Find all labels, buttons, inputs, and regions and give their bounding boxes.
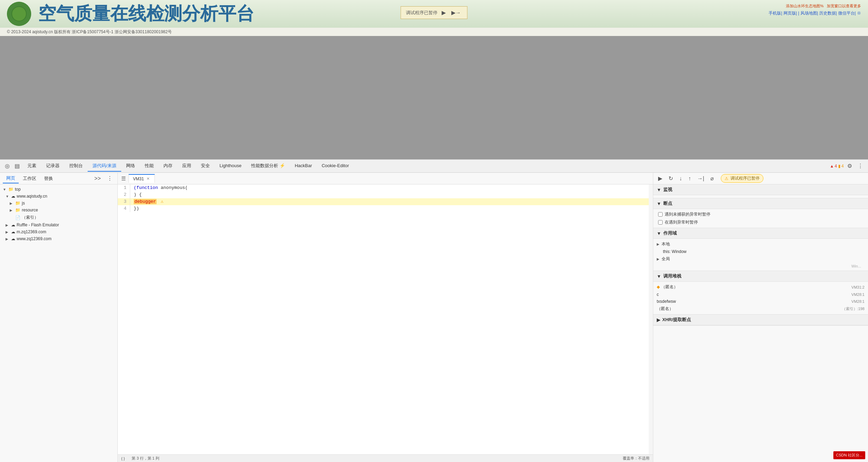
callstack-arrow-icon: ▼ bbox=[657, 274, 661, 279]
code-editor-body[interactable]: 1 (function anonymous( 2 ) { 3 debugger … bbox=[118, 184, 653, 454]
breakpoint-caught-checkbox[interactable] bbox=[658, 220, 663, 225]
code-lines: 1 (function anonymous( 2 ) { 3 debugger … bbox=[118, 184, 653, 212]
debug-step-btn[interactable]: →| bbox=[695, 174, 706, 183]
debug-panel-toolbar: ▶ ↻ ↓ ↑ →| ⌀ ⚠ 调试程序已暂停 bbox=[653, 173, 868, 184]
tab-console[interactable]: 控制台 bbox=[64, 161, 88, 172]
debug-warning-icon: ⚠ bbox=[725, 176, 728, 181]
svg-text:PM2.5: PM2.5 bbox=[15, 9, 24, 12]
tree-folder-icon-js: 📁 bbox=[15, 201, 20, 206]
tab-sources[interactable]: 源代码/来源 bbox=[88, 161, 121, 172]
devtools-settings-icon[interactable]: ⚙ bbox=[845, 161, 854, 171]
code-minimap[interactable] bbox=[649, 184, 653, 454]
tree-cloud-icon-aqistudy: ☁ bbox=[11, 194, 15, 199]
top-right-links-2[interactable]: 手机版| 网页版| | 风场地图| 历史数据| 微信平台| ※ bbox=[769, 10, 861, 16]
breakpoints-arrow-icon: ▼ bbox=[657, 201, 661, 206]
tab-perf-data[interactable]: 性能数据分析 ⚡ bbox=[246, 161, 290, 172]
scope-global[interactable]: ▶ 全局 bbox=[653, 255, 868, 263]
filetree-tab-workspace[interactable]: 工作区 bbox=[19, 174, 40, 183]
tree-item-index[interactable]: 📄 （索引） bbox=[0, 214, 117, 221]
devtools-tabs: 元素 记录器 控制台 源代码/来源 网络 性能 内存 应用 安全 Lightho… bbox=[23, 161, 829, 172]
tree-item-aqistudy[interactable]: ▼ ☁ www.aqistudy.cn bbox=[0, 193, 117, 200]
filetree-more-button[interactable]: >> bbox=[92, 175, 103, 182]
code-tab-close[interactable]: ✕ bbox=[146, 176, 150, 181]
breakpoint-caught-exceptions: 在遇到异常时暂停 bbox=[653, 218, 868, 226]
tree-item-mzq[interactable]: ▶ ☁ m.zq12369.com bbox=[0, 228, 117, 235]
debug-step-button[interactable]: ▶→ bbox=[450, 9, 462, 17]
tab-recorder[interactable]: 记录器 bbox=[41, 161, 64, 172]
debug-section-scope-header[interactable]: ▼ 作用域 bbox=[653, 228, 868, 239]
debug-section-breakpoints-header[interactable]: ▼ 断点 bbox=[653, 198, 868, 209]
svg-point-1 bbox=[11, 6, 27, 21]
code-tab-vm31[interactable]: VM31 ✕ bbox=[129, 174, 155, 183]
site-header: PM2.5 分析网 空气质量在线检测分析平台 调试程序已暂停 ▶ ▶→ 添加山水… bbox=[0, 0, 868, 28]
tree-label-top: top bbox=[15, 187, 21, 192]
debug-section-breakpoints: ▼ 断点 遇到未捕获的异常时暂停 bbox=[653, 198, 868, 228]
tree-item-resource[interactable]: ▶ 📁 resource bbox=[0, 207, 117, 214]
breakpoint-uncaught-checkbox[interactable] bbox=[658, 212, 663, 217]
debug-section-callstack-header[interactable]: ▼ 调用堆栈 bbox=[653, 271, 868, 282]
debug-deactivate-btn[interactable]: ⌀ bbox=[708, 174, 716, 183]
tab-performance[interactable]: 性能 bbox=[140, 161, 159, 172]
line-content-2: ) { bbox=[130, 191, 653, 198]
debug-section-xhr: ▶ XHR/提取断点 bbox=[653, 315, 868, 326]
debug-section-watch: ▼ 监视 bbox=[653, 184, 868, 198]
breakpoints-content: 遇到未捕获的异常时暂停 在遇到异常时暂停 bbox=[653, 209, 868, 228]
tree-folder-icon: 📁 bbox=[8, 187, 14, 192]
svg-text:分析网: 分析网 bbox=[15, 14, 23, 17]
devtools-more-icon[interactable]: ⋮ bbox=[856, 161, 865, 171]
tab-network[interactable]: 网络 bbox=[121, 161, 140, 172]
debug-resume-btn[interactable]: ▶ bbox=[656, 174, 664, 183]
callstack-active-icon: ◆ bbox=[657, 284, 660, 289]
tree-item-top[interactable]: ▼ 📁 top bbox=[0, 186, 117, 193]
filetree-menu-icon[interactable]: ⋮ bbox=[105, 174, 115, 183]
error-triangle-icon: ▲ bbox=[830, 164, 834, 169]
tree-arrow-resource: ▶ bbox=[10, 208, 14, 212]
tree-arrow-mzq: ▶ bbox=[6, 230, 10, 234]
warning-count[interactable]: ▮ 4 bbox=[838, 164, 844, 169]
debug-section-xhr-header[interactable]: ▶ XHR/提取断点 bbox=[653, 315, 868, 325]
tab-lighthouse[interactable]: Lighthouse bbox=[215, 161, 247, 171]
tree-arrow-index bbox=[10, 216, 14, 219]
line-content-4: }) bbox=[130, 205, 653, 212]
tree-item-ruffle[interactable]: ▶ ☁ Ruffle - Flash Emulator bbox=[0, 221, 117, 228]
watch-arrow-icon: ▼ bbox=[657, 187, 661, 192]
debug-step-over-btn[interactable]: ↻ bbox=[666, 174, 675, 183]
debug-section-watch-header[interactable]: ▼ 监视 bbox=[653, 184, 868, 195]
tree-item-wwwzq[interactable]: ▶ ☁ www.zq12369.com bbox=[0, 235, 117, 242]
tab-security[interactable]: 安全 bbox=[196, 161, 215, 172]
code-open-brace-icon: { } bbox=[121, 456, 125, 461]
code-line-3: 3 debugger ⚠ bbox=[118, 198, 653, 205]
line-content-1: (function anonymous( bbox=[130, 184, 653, 191]
tab-elements[interactable]: 元素 bbox=[23, 161, 41, 172]
tab-application[interactable]: 应用 bbox=[177, 161, 196, 172]
filetree-tab-webpage[interactable]: 网页 bbox=[3, 174, 19, 183]
debug-paused-banner: 调试程序已暂停 ▶ ▶→ bbox=[401, 6, 468, 19]
scope-this: this: Window bbox=[653, 248, 868, 255]
csdn-badge[interactable]: CSDN 社区分... bbox=[833, 451, 865, 459]
debug-resume-button[interactable]: ▶ bbox=[440, 9, 447, 17]
callstack-item-4[interactable]: （匿名） （索引）:198 bbox=[653, 305, 868, 313]
tree-arrow-ruffle: ▶ bbox=[6, 223, 10, 227]
page-content-area bbox=[0, 36, 868, 159]
devtools-inspect-icon[interactable]: ◎ bbox=[3, 161, 12, 171]
tab-hackbar[interactable]: HackBar bbox=[290, 161, 317, 171]
callstack-item-2[interactable]: c VM28:1 bbox=[653, 291, 868, 298]
callstack-anon-label: （匿名） bbox=[657, 306, 673, 312]
line-number-3: 3 bbox=[118, 198, 130, 205]
error-count[interactable]: ▲ 4 bbox=[830, 164, 837, 169]
callstack-item-1[interactable]: ◆（匿名） VM31:2 bbox=[653, 283, 868, 291]
filetree-tab-overrides[interactable]: 替换 bbox=[41, 174, 56, 183]
tree-arrow-js: ▶ bbox=[10, 201, 14, 205]
code-line-2: 2 ) { bbox=[118, 191, 653, 198]
debug-step-out-btn[interactable]: ↑ bbox=[686, 174, 693, 183]
tab-cookie-editor[interactable]: Cookie-Editor bbox=[317, 161, 354, 171]
callstack-item-3[interactable]: txsdefwsw VM28:1 bbox=[653, 298, 868, 305]
scope-local[interactable]: ▶ 本地 bbox=[653, 240, 868, 248]
scope-content: ▶ 本地 this: Window ▶ 全局 Win... bbox=[653, 239, 868, 271]
tree-item-js[interactable]: ▶ 📁 js bbox=[0, 200, 117, 207]
code-sidebar-toggle[interactable]: ☰ bbox=[119, 174, 128, 183]
devtools-device-icon[interactable]: ▤ bbox=[12, 161, 22, 171]
debug-step-into-btn[interactable]: ↓ bbox=[677, 174, 684, 183]
tab-memory[interactable]: 内存 bbox=[159, 161, 177, 172]
tree-arrow-wwwzq: ▶ bbox=[6, 237, 10, 241]
